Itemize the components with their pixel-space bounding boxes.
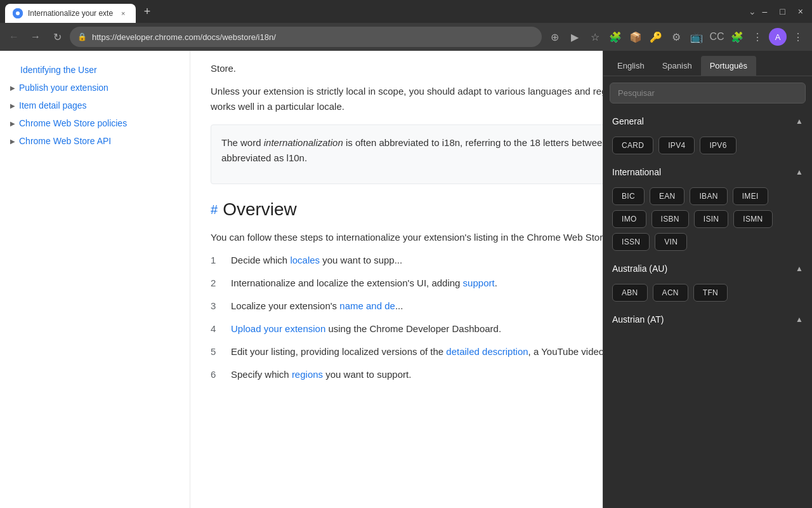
- general-section-toggle: ▲: [796, 117, 803, 126]
- sidebar-item-label-4: Chrome Web Store API: [19, 136, 111, 146]
- url-text: https://developer.chrome.com/docs/websto…: [92, 32, 276, 42]
- chip-bic[interactable]: BIC: [612, 187, 645, 205]
- extensions-icon-1[interactable]: 🧩: [606, 28, 624, 46]
- chip-isbn[interactable]: ISBN: [652, 210, 689, 228]
- tab-bar: Internationalize your exte × + ⌄ – □ ×: [0, 0, 812, 23]
- sidebar-item-label-2: Item detail pages: [19, 100, 87, 110]
- overview-title: Overview: [223, 199, 297, 220]
- regions-link[interactable]: regions: [292, 369, 323, 380]
- detailed-desc-link[interactable]: detailed description: [446, 346, 528, 357]
- sidebar-item-api[interactable]: ▶ Chrome Web Store API: [0, 132, 190, 150]
- chip-vin[interactable]: VIN: [655, 233, 687, 251]
- name-de-link[interactable]: name and de: [339, 300, 395, 311]
- sidebar-item-detail[interactable]: ▶ Item detail pages: [0, 97, 190, 114]
- tab-title: Internationalize your exte: [28, 9, 113, 18]
- sidebar: Identifying the User ▶ Publish your exte…: [0, 51, 190, 508]
- general-section-title: General: [612, 116, 644, 126]
- search-box: [610, 83, 806, 104]
- new-tab-button[interactable]: +: [138, 3, 156, 20]
- chip-isin[interactable]: ISIN: [694, 210, 729, 228]
- cast-icon[interactable]: ▶: [566, 28, 584, 46]
- menu-icon[interactable]: ⋮: [749, 28, 766, 46]
- overview-anchor[interactable]: #: [211, 203, 218, 217]
- sidebar-item-publish[interactable]: ▶ Publish your extension: [0, 79, 190, 97]
- svg-point-1: [16, 11, 20, 15]
- international-section-header[interactable]: International ▲: [610, 161, 806, 184]
- international-section-toggle: ▲: [796, 168, 803, 177]
- chip-ismn[interactable]: ISMN: [733, 210, 772, 228]
- austrian-section-header[interactable]: Austrian (AT) ▲: [610, 308, 806, 331]
- chip-imei[interactable]: IMEI: [733, 187, 768, 205]
- lang-tabs: English Spanish Português: [603, 51, 812, 76]
- australia-chips: ABN ACN TFN: [610, 280, 806, 308]
- sidebar-item-identifying[interactable]: Identifying the User: [0, 61, 190, 79]
- tab-close-button[interactable]: ×: [118, 8, 128, 18]
- chip-ipv4[interactable]: IPV4: [658, 137, 695, 154]
- toolbar-icons: ⊕ ▶ ☆ 🧩 📦 🔑 ⚙ 📺 CC 🧩 ⋮ A ⋮: [546, 28, 807, 46]
- general-chips: CARD IPV4 IPV6: [610, 133, 806, 161]
- popup-panel: English Spanish Português General ▲ CARD…: [603, 51, 812, 508]
- bookmark-icon[interactable]: ☆: [586, 28, 604, 46]
- chip-acn[interactable]: ACN: [653, 284, 688, 302]
- window-controls: – □ ×: [759, 5, 807, 18]
- support-link[interactable]: support: [463, 277, 495, 288]
- restore-button[interactable]: □: [776, 5, 789, 18]
- international-chips: BIC EAN IBAN IMEI IMO ISBN ISIN ISMN ISS…: [610, 184, 806, 257]
- general-section-header[interactable]: General ▲: [610, 110, 806, 133]
- translate-icon[interactable]: ⊕: [546, 28, 563, 46]
- upload-link[interactable]: Upload your extension: [231, 323, 325, 334]
- page-layout: Identifying the User ▶ Publish your exte…: [0, 51, 812, 508]
- locales-link[interactable]: locales: [290, 255, 320, 265]
- chevron-right-icon-3: ▶: [10, 120, 15, 127]
- captions-icon[interactable]: CC: [708, 28, 726, 46]
- tab-favicon: [13, 8, 23, 18]
- puzzle-icon[interactable]: 🧩: [728, 28, 746, 46]
- popup-content: General ▲ CARD IPV4 IPV6 International ▲…: [603, 110, 812, 508]
- address-bar[interactable]: 🔒 https://developer.chrome.com/docs/webs…: [70, 27, 542, 47]
- chevron-right-icon-4: ▶: [10, 138, 15, 145]
- chevron-right-icon-2: ▶: [10, 102, 15, 109]
- extensions-icon-3[interactable]: ⚙: [667, 28, 685, 46]
- lang-tab-portuguese[interactable]: Português: [701, 56, 756, 76]
- address-bar-row: ← → ↻ 🔒 https://developer.chrome.com/doc…: [0, 23, 812, 51]
- extensions-icon-4[interactable]: 📺: [688, 28, 705, 46]
- chip-card[interactable]: CARD: [612, 137, 653, 154]
- chip-abn[interactable]: ABN: [612, 284, 648, 302]
- lang-tab-english[interactable]: English: [608, 56, 653, 76]
- minimize-button[interactable]: –: [759, 5, 771, 18]
- lock-icon: 🔒: [77, 32, 87, 41]
- forward-button[interactable]: →: [27, 28, 44, 46]
- reload-button[interactable]: ↻: [48, 28, 66, 46]
- austrian-section-title: Austrian (AT): [612, 314, 664, 324]
- sidebar-item-label-3: Chrome Web Store policies: [19, 118, 127, 128]
- back-button[interactable]: ←: [5, 28, 23, 46]
- chrome-menu-icon[interactable]: ⋮: [789, 28, 807, 46]
- australia-section-title: Australia (AU): [612, 264, 667, 274]
- australia-section-toggle: ▲: [796, 264, 803, 273]
- callout-em-1: internationalization: [264, 137, 343, 148]
- chevron-right-icon: ▶: [10, 84, 15, 91]
- profile-avatar[interactable]: A: [769, 28, 787, 46]
- chip-ipv6[interactable]: IPV6: [700, 137, 736, 154]
- search-input[interactable]: [610, 83, 806, 104]
- sidebar-item-policies[interactable]: ▶ Chrome Web Store policies: [0, 114, 190, 132]
- chip-issn[interactable]: ISSN: [612, 233, 650, 251]
- main-content: Store. Unless your extension is strictly…: [190, 51, 812, 508]
- australia-section-header[interactable]: Australia (AU) ▲: [610, 257, 806, 280]
- active-tab[interactable]: Internationalize your exte ×: [5, 4, 136, 23]
- austrian-section-toggle: ▲: [796, 315, 803, 324]
- chip-tfn[interactable]: TFN: [693, 284, 728, 302]
- 1password-icon[interactable]: 🔑: [647, 28, 665, 46]
- tab-overflow-button[interactable]: ⌄: [746, 4, 759, 19]
- chip-ean[interactable]: EAN: [650, 187, 685, 205]
- chip-imo[interactable]: IMO: [612, 210, 646, 228]
- lang-tab-spanish[interactable]: Spanish: [653, 56, 701, 76]
- extensions-icon-2[interactable]: 📦: [627, 28, 645, 46]
- international-section-title: International: [612, 167, 661, 177]
- chip-iban[interactable]: IBAN: [690, 187, 727, 205]
- sidebar-item-label: Publish your extension: [19, 83, 108, 93]
- close-button[interactable]: ×: [794, 5, 807, 18]
